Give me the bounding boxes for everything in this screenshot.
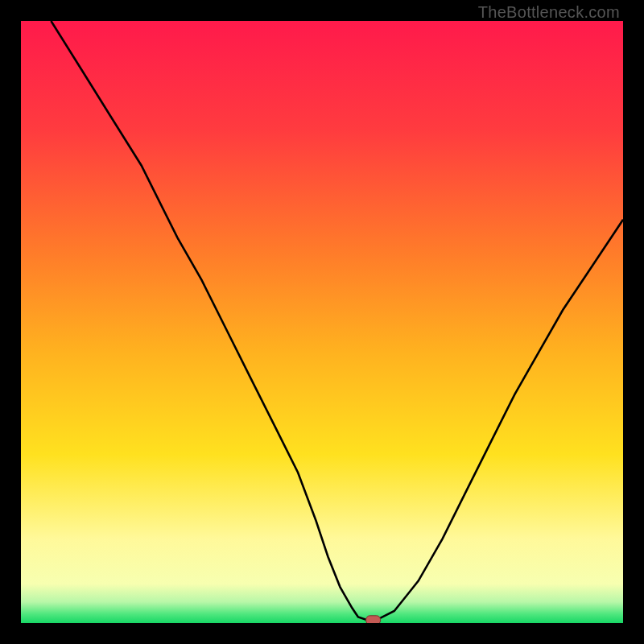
outer-frame: TheBottleneck.com xyxy=(0,0,644,644)
watermark-text: TheBottleneck.com xyxy=(478,3,620,22)
bottleneck-chart xyxy=(21,21,623,623)
gradient-background xyxy=(21,21,623,623)
plot-area xyxy=(21,21,623,623)
optimal-point-marker xyxy=(366,616,381,623)
